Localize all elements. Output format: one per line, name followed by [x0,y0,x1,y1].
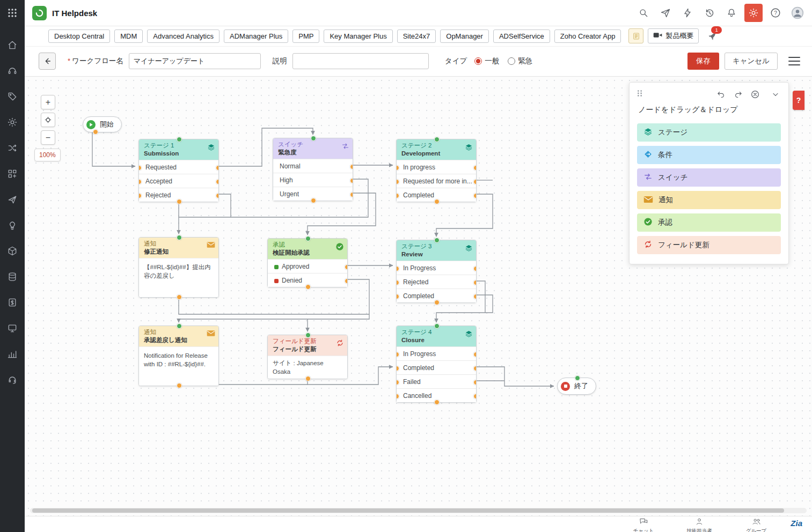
port-dot[interactable] [350,178,353,183]
apps-grid-icon[interactable] [0,0,25,26]
port-dot[interactable] [305,236,311,241]
palette-item-condition[interactable]: 条件 [637,146,781,164]
product-tab-key-manager-plus[interactable]: Key Manager Plus [324,29,392,43]
home-icon[interactable] [0,32,25,58]
drag-handle-icon[interactable] [636,89,643,100]
node-row[interactable]: In progress [397,160,476,174]
back-button[interactable] [39,53,56,70]
horizontal-scrollbar[interactable] [30,508,807,513]
launch-rocket-icon[interactable] [0,187,25,212]
product-tab-desktop-central[interactable]: Desktop Central [48,29,110,43]
port-dot[interactable] [216,179,218,184]
footer-group[interactable]: グループ [732,518,780,532]
search-icon[interactable] [634,4,653,22]
reports-chart-icon[interactable] [0,341,25,367]
save-button[interactable]: 保存 [687,53,719,70]
settings-gear-icon[interactable] [744,4,763,22]
node-approval-verification[interactable]: 承認 検証開始承認 Approved Denied [267,238,348,287]
product-tab-mdm[interactable]: MDM [114,29,143,43]
palette-item-switch[interactable]: スイッチ [637,168,781,187]
solutions-bulb-icon[interactable] [0,212,25,238]
port-dot[interactable] [575,375,580,381]
description-input[interactable] [292,53,429,69]
notifications-bell-icon[interactable] [722,4,741,22]
port-dot[interactable] [139,179,142,184]
port-dot[interactable] [473,294,476,299]
port-dot[interactable] [350,192,353,197]
palette-item-notification[interactable]: 通知 [637,191,781,209]
port-dot[interactable] [177,199,182,204]
port-dot[interactable] [397,294,399,299]
automation-gear-icon[interactable] [0,109,25,135]
history-icon[interactable] [700,4,719,22]
support-headset-icon[interactable] [0,58,25,84]
port-dot[interactable] [177,235,182,240]
node-stage-4[interactable]: ステージ 4 Closure In Progress Completed Fai… [396,326,477,403]
port-dot[interactable] [397,165,399,171]
node-row[interactable]: In Progress [397,261,476,275]
product-tab-pmp[interactable]: PMP [292,29,319,43]
port-dot[interactable] [473,280,476,285]
node-stage-2[interactable]: ステージ 2 Development In progress Requested… [396,139,477,202]
product-tab-site24x7[interactable]: Site24x7 [397,29,436,43]
node-row[interactable]: High [273,173,353,187]
node-switch-urgency[interactable]: スイッチ 緊急度 Normal High Urgent [273,138,353,201]
port-dot[interactable] [397,193,399,198]
product-tab-opmanager[interactable]: OpManager [440,29,489,43]
port-dot[interactable] [473,366,476,371]
port-dot[interactable] [397,380,399,385]
zoom-in-button[interactable]: + [41,95,55,109]
port-dot[interactable] [473,193,476,198]
port-dot[interactable] [434,199,440,204]
menu-hamburger-icon[interactable] [788,57,800,65]
node-row[interactable]: Normal [273,159,353,173]
type-option-urgent[interactable]: 緊急 [508,56,532,66]
start-node[interactable]: 開始 [83,116,122,132]
port-dot[interactable] [473,380,476,385]
port-dot[interactable] [397,280,399,285]
port-dot[interactable] [139,165,142,171]
node-row[interactable]: Failed [397,374,476,388]
node-stage-1[interactable]: ステージ 1 Submission Requested Accepted Rej… [138,139,219,202]
node-notification-approval-return[interactable]: 通知 承認差戻し通知 Notification for Release with… [138,326,219,386]
port-dot[interactable] [216,193,218,198]
palette-item-field-update[interactable]: フィールド更新 [637,236,781,254]
port-dot[interactable] [216,165,218,171]
port-dot[interactable] [397,266,399,271]
port-dot[interactable] [473,266,476,271]
node-row[interactable]: Completed [397,360,476,374]
cancel-button[interactable]: キャンセル [725,53,778,70]
scrollbar-thumb[interactable] [32,508,784,513]
node-stage-3[interactable]: ステージ 3 Review In Progress Rejected Compl… [396,240,477,303]
port-dot[interactable] [434,323,440,329]
workflow-shuffle-icon[interactable] [0,135,25,161]
whats-new-rocket-icon[interactable]: 1 [705,29,719,43]
footer-chat[interactable]: チャット [619,518,668,532]
port-dot[interactable] [93,129,98,135]
billing-icon[interactable] [0,290,25,315]
port-dot[interactable] [305,284,311,290]
type-radio-general[interactable] [474,57,482,65]
port-dot[interactable] [397,179,399,184]
help-icon[interactable]: ? [766,4,785,22]
node-notification-revision[interactable]: 通知 修正通知 【##RL-${id}##】提出内容の差戻し [138,237,219,298]
port-dot[interactable] [473,352,476,357]
undo-icon[interactable] [714,88,727,101]
port-dot[interactable] [473,394,476,399]
assets-monitor-icon[interactable] [0,315,25,341]
tags-icon[interactable] [0,84,25,109]
port-dot[interactable] [473,165,476,171]
port-dot[interactable] [311,136,316,141]
explore-icon[interactable] [656,4,675,22]
close-icon[interactable] [749,88,762,101]
contact-headset-icon[interactable] [0,367,25,393]
port-dot[interactable] [139,193,142,198]
port-dot[interactable] [177,323,182,329]
fit-view-button[interactable] [41,113,55,127]
zia-logo[interactable]: Zia [791,519,802,528]
collapse-chevron-icon[interactable] [769,88,782,101]
product-tab-adselfservice[interactable]: ADSelfService [493,29,550,43]
port-dot[interactable] [434,300,440,305]
modules-icon[interactable] [0,161,25,187]
node-row[interactable]: Accepted [139,174,218,188]
